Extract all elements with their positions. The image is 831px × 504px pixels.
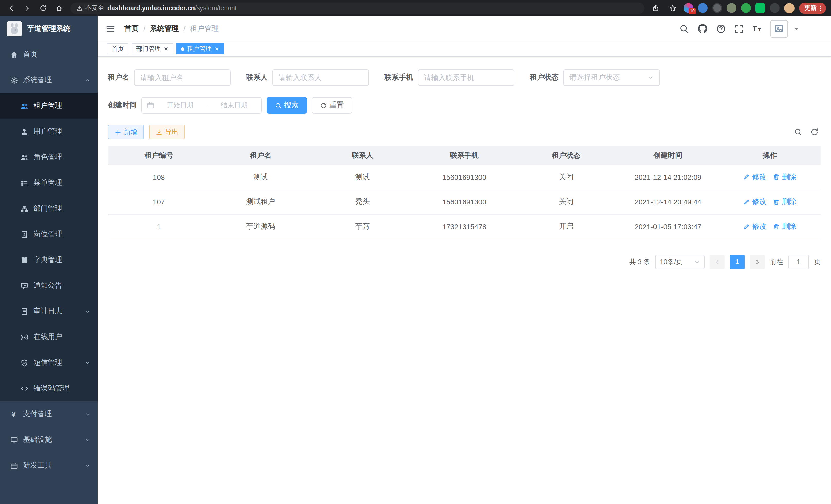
add-button[interactable]: 新增 bbox=[108, 125, 144, 139]
sidebar-item-home[interactable]: 首页 bbox=[0, 41, 98, 67]
toggle-search-icon[interactable] bbox=[794, 128, 802, 136]
export-button[interactable]: 导出 bbox=[149, 125, 185, 139]
extension-icon-7[interactable] bbox=[770, 3, 780, 13]
chevron-left-icon bbox=[714, 259, 720, 265]
sidebar-item-online-users[interactable]: 在线用户 bbox=[0, 324, 98, 350]
browser-home-icon[interactable] bbox=[53, 2, 65, 14]
edit-button[interactable]: 修改 bbox=[743, 173, 767, 182]
status-select[interactable]: 请选择租户状态 bbox=[563, 69, 660, 86]
tag-home[interactable]: 首页 bbox=[107, 43, 128, 55]
address-bar[interactable]: 不安全 dashboard.yudao.iocoder.cn/system/te… bbox=[70, 2, 644, 13]
date-range-picker[interactable]: 开始日期 - 结束日期 bbox=[141, 97, 262, 114]
edit-button[interactable]: 修改 bbox=[743, 197, 767, 207]
edit-button[interactable]: 修改 bbox=[743, 222, 767, 231]
sidebar-item-label: 菜单管理 bbox=[33, 178, 62, 187]
sidebar-item-label: 短信管理 bbox=[33, 358, 62, 367]
sidebar-item-system[interactable]: 系统管理 bbox=[0, 67, 98, 93]
delete-button[interactable]: 删除 bbox=[773, 197, 796, 207]
breadcrumb-home[interactable]: 首页 bbox=[124, 24, 139, 33]
reload-icon[interactable] bbox=[37, 2, 49, 14]
fullscreen-icon[interactable] bbox=[735, 24, 744, 33]
extension-icon-1[interactable]: 10 bbox=[684, 3, 693, 13]
url-text: dashboard.yudao.iocoder.cn/system/tenant bbox=[107, 4, 237, 11]
chevron-right-icon bbox=[754, 259, 760, 265]
avatar-caret-icon[interactable] bbox=[794, 26, 799, 32]
sidebar-item-post[interactable]: 岗位管理 bbox=[0, 221, 98, 247]
svg-text:T: T bbox=[758, 27, 761, 32]
status-label: 租户状态 bbox=[530, 73, 558, 82]
page-content: 租户名 联系人 联系手机 租户状态 请选择租户状态 bbox=[98, 57, 831, 504]
share-icon[interactable] bbox=[650, 2, 662, 14]
sidebar-item-label: 研发工具 bbox=[23, 461, 52, 470]
table-row: 107 测试租户 秃头 15601691300 关闭 2021-12-14 20… bbox=[108, 189, 821, 214]
browser-profile-avatar[interactable] bbox=[784, 3, 795, 13]
user-avatar[interactable] bbox=[770, 20, 788, 37]
app-navbar: 首页 / 系统管理 / 租户管理 TT bbox=[98, 16, 831, 41]
tag-dept[interactable]: 部门管理 bbox=[132, 43, 173, 55]
sidebar-item-label: 角色管理 bbox=[33, 153, 62, 162]
menu-list-icon bbox=[21, 179, 28, 187]
delete-button[interactable]: 删除 bbox=[773, 222, 796, 231]
sidebar-item-label: 字典管理 bbox=[33, 255, 62, 265]
reset-button[interactable]: 重置 bbox=[312, 97, 352, 114]
github-icon[interactable] bbox=[697, 24, 708, 34]
mobile-input[interactable] bbox=[418, 69, 514, 86]
sidebar-item-error-code[interactable]: 错误码管理 bbox=[0, 376, 98, 401]
refresh-table-icon[interactable] bbox=[810, 128, 819, 136]
sidebar-item-payment[interactable]: ¥ 支付管理 bbox=[0, 401, 98, 427]
bookmark-star-icon[interactable] bbox=[666, 2, 679, 14]
extension-badge: 10 bbox=[689, 8, 696, 14]
chevron-down-icon bbox=[85, 360, 90, 365]
sidebar-logo[interactable]: 芋道管理系统 bbox=[0, 16, 98, 41]
sidebar-item-sms[interactable]: 短信管理 bbox=[0, 350, 98, 376]
sidebar-item-tenant[interactable]: 租户管理 bbox=[0, 93, 98, 119]
breadcrumb: 首页 / 系统管理 / 租户管理 bbox=[124, 24, 219, 33]
active-tag-dot bbox=[181, 47, 184, 51]
browser-update-button[interactable]: 更新 bbox=[799, 2, 826, 13]
prev-page-button[interactable] bbox=[710, 255, 725, 269]
header-search-icon[interactable] bbox=[679, 24, 689, 33]
extension-icon-4[interactable] bbox=[727, 3, 737, 13]
org-tree-icon bbox=[21, 205, 28, 212]
sidebar-item-infra[interactable]: 基础设施 bbox=[0, 427, 98, 453]
security-chip[interactable]: 不安全 bbox=[77, 4, 104, 12]
col-created: 创建时间 bbox=[617, 146, 719, 165]
tenant-name-input[interactable] bbox=[134, 69, 231, 86]
help-icon[interactable] bbox=[716, 24, 726, 33]
close-icon[interactable] bbox=[214, 46, 220, 51]
contact-input[interactable] bbox=[273, 69, 369, 86]
sidebar-item-dept[interactable]: 部门管理 bbox=[0, 196, 98, 221]
extension-icon-2[interactable] bbox=[698, 3, 708, 13]
extension-icon-3[interactable] bbox=[712, 3, 722, 13]
sidebar-item-user[interactable]: 用户管理 bbox=[0, 119, 98, 144]
page-size-select[interactable]: 10条/页 bbox=[655, 255, 705, 269]
sidebar-item-dev-tools[interactable]: 研发工具 bbox=[0, 453, 98, 478]
forward-icon[interactable] bbox=[21, 2, 33, 14]
screen: 不安全 dashboard.yudao.iocoder.cn/system/te… bbox=[0, 0, 831, 504]
extension-icon-5[interactable] bbox=[741, 3, 751, 13]
next-page-button[interactable] bbox=[750, 255, 765, 269]
collapse-menu-icon[interactable] bbox=[106, 24, 115, 33]
goto-page-input[interactable] bbox=[789, 255, 809, 269]
app-frame: 芋道管理系统 首页 系统管理 租户管理 用户管理 bbox=[0, 16, 831, 504]
sidebar-item-notice[interactable]: 通知公告 bbox=[0, 273, 98, 298]
sidebar-item-audit-log[interactable]: 审计日志 bbox=[0, 298, 98, 324]
font-size-icon[interactable]: TT bbox=[752, 24, 762, 33]
search-button[interactable]: 搜索 bbox=[267, 97, 307, 114]
close-icon[interactable] bbox=[164, 46, 169, 51]
sidebar-item-dict[interactable]: 字典管理 bbox=[0, 247, 98, 273]
cell-tenant-name: 芋道源码 bbox=[210, 214, 311, 239]
cell-tenant-name: 测试租户 bbox=[210, 189, 311, 214]
page-1-button[interactable]: 1 bbox=[730, 255, 745, 269]
back-icon[interactable] bbox=[5, 2, 18, 14]
breadcrumb-system[interactable]: 系统管理 bbox=[150, 24, 179, 33]
browser-menu-icon[interactable] bbox=[817, 4, 824, 11]
post-badge-icon bbox=[21, 230, 28, 238]
tag-tenant[interactable]: 租户管理 bbox=[176, 43, 224, 55]
extension-icon-6[interactable] bbox=[755, 3, 765, 13]
delete-button[interactable]: 删除 bbox=[773, 173, 796, 182]
sidebar-item-menu[interactable]: 菜单管理 bbox=[0, 170, 98, 196]
cell-tenant-id: 108 bbox=[108, 165, 210, 189]
trash-icon bbox=[773, 223, 780, 230]
sidebar-item-role[interactable]: 角色管理 bbox=[0, 144, 98, 170]
